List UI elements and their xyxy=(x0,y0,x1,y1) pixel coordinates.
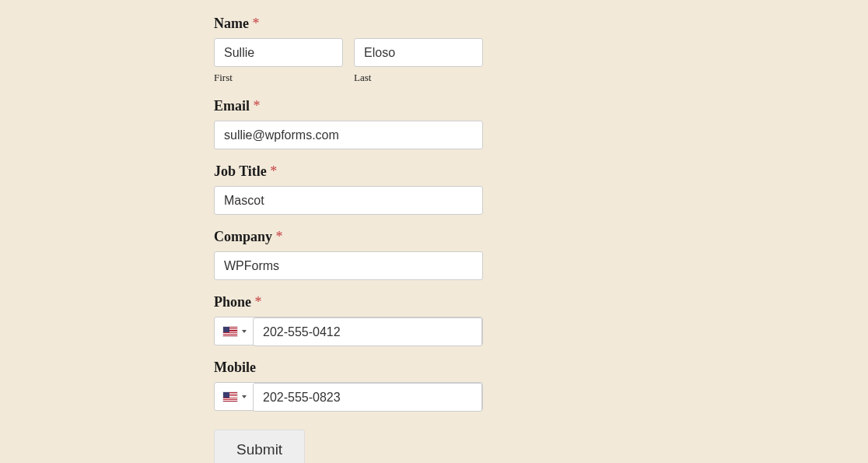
chevron-down-icon xyxy=(242,330,247,333)
phone-field: Phone * xyxy=(214,294,696,345)
email-field: Email * xyxy=(214,98,696,149)
required-marker: * xyxy=(276,229,283,244)
email-label-text: Email xyxy=(214,98,250,114)
first-name-input[interactable] xyxy=(214,38,343,67)
required-marker: * xyxy=(252,16,259,31)
name-label: Name * xyxy=(214,16,696,32)
phone-label-text: Phone xyxy=(214,294,251,310)
name-field: Name * First Last xyxy=(214,16,696,84)
phone-label: Phone * xyxy=(214,294,696,310)
mobile-country-select[interactable] xyxy=(215,383,253,410)
last-name-sublabel: Last xyxy=(354,72,483,84)
first-name-sublabel: First xyxy=(214,72,343,84)
form-container: Name * First Last Email * Job Title * xyxy=(214,16,696,463)
required-marker: * xyxy=(270,163,277,179)
mobile-label-text: Mobile xyxy=(214,360,256,375)
last-name-col: Last xyxy=(354,38,483,84)
submit-button[interactable]: Submit xyxy=(214,430,305,463)
job-title-input[interactable] xyxy=(214,186,483,215)
name-label-text: Name xyxy=(214,16,249,31)
email-input[interactable] xyxy=(214,121,483,149)
us-flag-icon xyxy=(222,326,238,337)
name-row: First Last xyxy=(214,38,696,84)
company-label-text: Company xyxy=(214,229,272,244)
mobile-field: Mobile xyxy=(214,360,696,411)
mobile-input-wrap xyxy=(214,382,483,411)
phone-input[interactable] xyxy=(253,317,482,346)
job-title-field: Job Title * xyxy=(214,163,696,215)
job-title-label: Job Title * xyxy=(214,163,696,180)
email-label: Email * xyxy=(214,98,696,114)
job-title-label-text: Job Title xyxy=(214,163,267,179)
mobile-label: Mobile xyxy=(214,360,696,376)
required-marker: * xyxy=(254,98,261,114)
first-name-col: First xyxy=(214,38,343,84)
company-input[interactable] xyxy=(214,251,483,280)
phone-country-select[interactable] xyxy=(215,317,253,345)
company-field: Company * xyxy=(214,229,696,280)
phone-input-wrap xyxy=(214,317,483,345)
mobile-input[interactable] xyxy=(253,383,482,412)
us-flag-icon xyxy=(222,391,238,402)
last-name-input[interactable] xyxy=(354,38,483,67)
company-label: Company * xyxy=(214,229,696,245)
chevron-down-icon xyxy=(242,395,247,398)
required-marker: * xyxy=(255,294,262,310)
